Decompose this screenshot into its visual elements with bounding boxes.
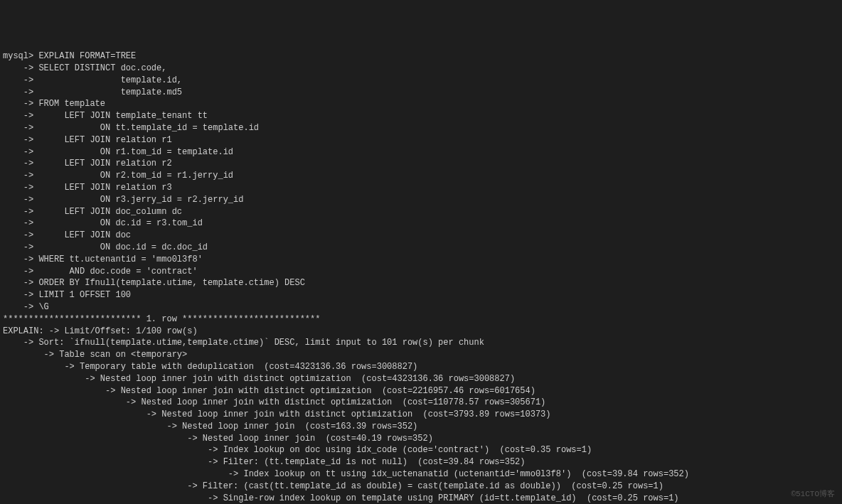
terminal-line: -> Nested loop inner join with distinct … [3, 397, 839, 409]
terminal-line: -> Nested loop inner join with distinct … [3, 385, 839, 397]
terminal-line: -> template.md5 [3, 87, 839, 99]
terminal-line: -> Sort: `ifnull(template.utime,template… [3, 337, 839, 349]
terminal-line: EXPLAIN: -> Limit/Offset: 1/100 row(s) [3, 326, 839, 338]
terminal-line: *************************** 1. row *****… [3, 313, 839, 326]
terminal-line: -> Index lookup on tt using idx_uctenana… [3, 468, 839, 481]
terminal-line: -> ON r2.tom_id = r1.jerry_id [3, 170, 839, 182]
terminal-line: -> ON doc.id = dc.doc_id [3, 242, 839, 254]
terminal-line: -> FROM template [3, 98, 839, 110]
terminal-line: -> Nested loop inner join (cost=40.19 ro… [3, 433, 839, 445]
terminal-line: -> Single-row index lookup on template u… [3, 493, 839, 504]
terminal-line: -> Nested loop inner join with distinct … [3, 409, 839, 421]
terminal-line: -> ORDER BY Ifnull(template.utime, templ… [3, 277, 839, 289]
terminal-line: -> Table scan on <temporary> [3, 349, 839, 361]
terminal-line: -> Nested loop inner join with distinct … [3, 373, 839, 385]
terminal-line: -> LIMIT 1 OFFSET 100 [3, 289, 839, 301]
terminal-line: -> LEFT JOIN template_tenant tt [3, 110, 839, 122]
terminal-line: -> WHERE tt.uctenantid = 'mmo0l3f8' [3, 254, 839, 266]
terminal-line: -> ON r1.tom_id = template.id [3, 146, 839, 159]
terminal-line: -> ON tt.template_id = template.id [3, 122, 839, 134]
terminal-line: -> ON dc.id = r3.tom_id [3, 218, 839, 230]
terminal-line: -> Index lookup on doc using idx_code (c… [3, 444, 839, 456]
terminal-line: -> template.id, [3, 75, 839, 87]
terminal-line: -> LEFT JOIN relation r2 [3, 158, 839, 170]
terminal-line: -> LEFT JOIN doc [3, 230, 839, 242]
terminal-line: -> Filter: (cast(tt.template_id as doubl… [3, 481, 839, 493]
terminal-output[interactable]: mysql> EXPLAIN FORMAT=TREE -> SELECT DIS… [3, 50, 839, 504]
watermark-text: ©51CTO博客 [791, 489, 835, 500]
terminal-line: -> LEFT JOIN relation r3 [3, 182, 839, 194]
terminal-line: -> SELECT DISTINCT doc.code, [3, 63, 839, 75]
terminal-line: -> Nested loop inner join (cost=163.39 r… [3, 421, 839, 433]
terminal-line: mysql> EXPLAIN FORMAT=TREE [3, 50, 839, 63]
terminal-line: -> LEFT JOIN doc_column dc [3, 206, 839, 218]
terminal-line: -> Filter: (tt.template_id is not null) … [3, 456, 839, 468]
terminal-line: -> Temporary table with deduplication (c… [3, 361, 839, 373]
terminal-line: -> LEFT JOIN relation r1 [3, 134, 839, 146]
terminal-line: -> AND doc.code = 'contract' [3, 266, 839, 278]
terminal-line: -> ON r3.jerry_id = r2.jerry_id [3, 194, 839, 206]
terminal-line: -> \G [3, 301, 839, 313]
